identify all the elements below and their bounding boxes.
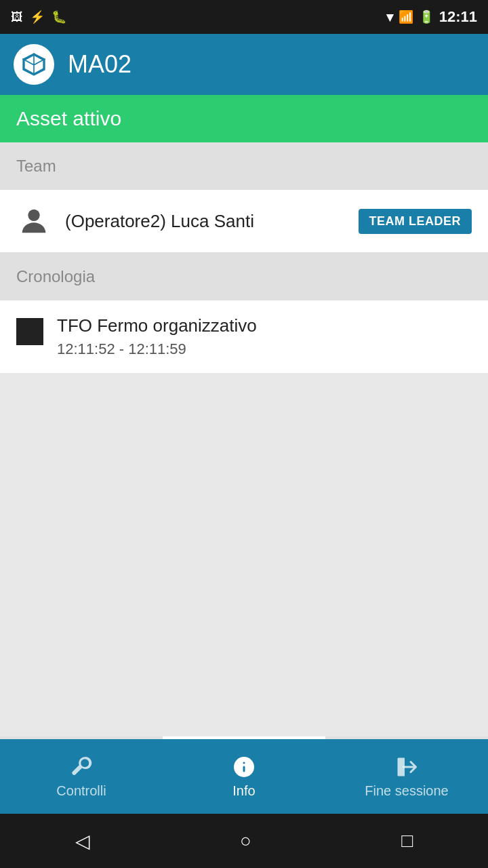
- wifi-icon: ▾: [386, 9, 393, 25]
- nav-item-info[interactable]: Info: [163, 755, 325, 799]
- back-button[interactable]: ◁: [75, 830, 90, 852]
- gallery-icon: 🖼: [11, 10, 23, 24]
- history-row: TFO Fermo organizzativo 12:11:52 - 12:11…: [0, 300, 488, 373]
- team-leader-badge: TEAM LEADER: [359, 209, 472, 234]
- nav-label-info: Info: [232, 783, 255, 799]
- history-title: TFO Fermo organizzativo: [57, 315, 257, 336]
- info-icon: [232, 755, 256, 779]
- team-label: Team: [16, 157, 56, 176]
- nav-item-fine-sessione[interactable]: Fine sessione: [325, 755, 488, 799]
- app-title: MA02: [68, 50, 131, 79]
- status-icons-left: 🖼 ⚡ 🐛: [11, 9, 66, 24]
- nav-item-controlli[interactable]: Controlli: [0, 755, 163, 799]
- app-header: MA02: [0, 34, 488, 95]
- cronologia-label: Cronologia: [16, 267, 95, 286]
- status-bar: 🖼 ⚡ 🐛 ▾ 📶 🔋 12:11: [0, 0, 488, 34]
- bottom-nav: Controlli Info Fine sessione: [0, 739, 488, 814]
- history-status-icon: [16, 318, 43, 345]
- system-nav: ◁ ○ □: [0, 814, 488, 868]
- nav-label-controlli: Controlli: [56, 783, 106, 799]
- signal-icon: 📶: [399, 9, 413, 24]
- wrench-icon: [69, 755, 94, 779]
- team-section-header: Team: [0, 142, 488, 190]
- app-logo: [14, 44, 54, 85]
- nav-label-fine-sessione: Fine sessione: [365, 783, 448, 799]
- content-area: [0, 373, 488, 736]
- asset-banner: Asset attivo: [0, 95, 488, 142]
- avatar-icon: [16, 203, 52, 239]
- home-button[interactable]: ○: [240, 830, 251, 852]
- history-time: 12:11:52 - 12:11:59: [57, 340, 257, 358]
- cube-icon: [20, 51, 47, 78]
- recents-button[interactable]: □: [401, 830, 413, 852]
- battery-icon: 🔋: [419, 9, 434, 24]
- history-content: TFO Fermo organizzativo 12:11:52 - 12:11…: [57, 315, 257, 358]
- exit-icon: [394, 755, 419, 779]
- asset-banner-label: Asset attivo: [16, 107, 121, 130]
- bug-icon: 🐛: [52, 9, 66, 24]
- status-icons-right: ▾ 📶 🔋 12:11: [386, 8, 477, 26]
- team-member-row: (Operatore2) Luca Santi TEAM LEADER: [0, 190, 488, 253]
- clock: 12:11: [439, 8, 477, 26]
- member-name: (Operatore2) Luca Santi: [65, 211, 345, 232]
- svg-point-0: [28, 210, 39, 221]
- cronologia-section-header: Cronologia: [0, 253, 488, 300]
- usb-icon: ⚡: [30, 9, 45, 24]
